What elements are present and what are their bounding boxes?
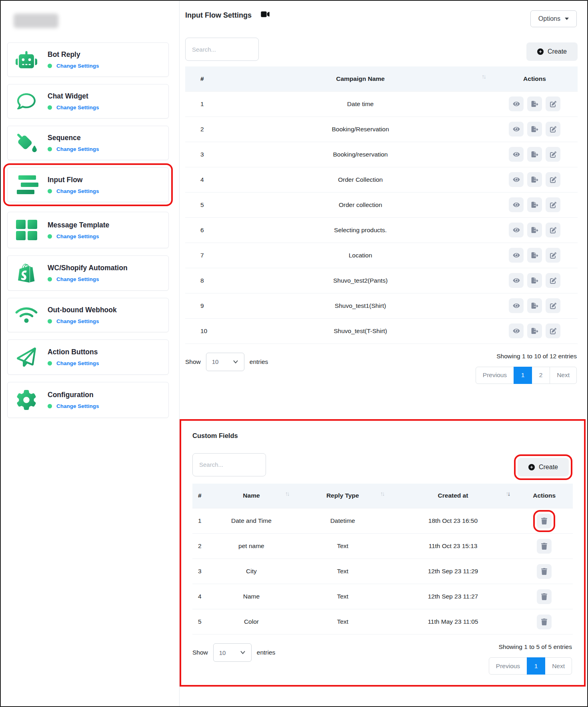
next-page-button[interactable]: Next [545,657,572,675]
edit-button[interactable] [546,172,560,187]
change-settings-link[interactable]: Change Settings [56,276,99,282]
chevron-down-icon [565,18,569,20]
sort-icon[interactable]: ↑↓ [285,490,289,497]
view-button[interactable] [509,197,524,212]
show-label: Show [192,649,208,656]
column-header-name[interactable]: Name↑↓ [208,484,295,508]
change-settings-link[interactable]: Change Settings [56,318,99,324]
sidebar: Bot Reply Change Settings Chat Widget Ch… [1,1,180,706]
export-button[interactable] [527,197,542,212]
delete-button[interactable] [537,514,552,528]
edit-icon [550,177,556,183]
view-button[interactable] [509,223,524,237]
custom-fields-table: # Name↑↓ Reply Type↑↓ Created at↑↓ Actio… [192,484,573,635]
column-header-created-at[interactable]: Created at↑↓ [390,484,516,508]
change-settings-link[interactable]: Change Settings [56,63,99,69]
pagination: Previous 1 2 Next [476,367,577,384]
flows-search-input[interactable] [185,38,259,61]
page-size-select[interactable]: 10 [213,643,252,662]
export-button[interactable] [527,96,542,111]
change-settings-link[interactable]: Change Settings [56,188,99,194]
flows-create-button[interactable]: Create [526,42,578,61]
trash-icon [541,543,547,550]
edit-button[interactable] [546,122,560,137]
table-row: 2Booking/Reservation [185,116,578,142]
export-button[interactable] [527,323,542,338]
change-settings-link[interactable]: Change Settings [56,360,99,366]
previous-page-button[interactable]: Previous [476,367,514,384]
eye-icon [513,126,520,132]
export-button[interactable] [527,223,542,237]
edit-button[interactable] [546,298,560,313]
edit-button[interactable] [546,323,560,338]
sidebar-item-action-buttons[interactable]: Action Buttons Change Settings [7,339,169,375]
view-button[interactable] [509,147,524,162]
view-button[interactable] [509,298,524,313]
table-row: 9Shuvo_test1(Shirt) [185,293,578,318]
page-button-2[interactable]: 2 [532,367,550,384]
edit-button[interactable] [546,273,560,288]
page-size-select[interactable]: 10 [206,353,244,371]
previous-page-button[interactable]: Previous [489,657,527,675]
sidebar-item-label: Bot Reply [48,50,99,59]
view-button[interactable] [509,323,524,338]
chat-bubble-icon [15,92,38,110]
export-button[interactable] [527,147,542,162]
export-button[interactable] [527,298,542,313]
edit-button[interactable] [546,197,560,212]
delete-button[interactable] [537,589,552,604]
column-header-actions: Actions [516,484,573,508]
sidebar-item-label: Sequence [48,134,99,142]
showing-text: Showing 1 to 5 of 5 entries [498,643,572,651]
entries-label: entries [257,649,276,656]
sidebar-item-shopify-automation[interactable]: WC/Shopify Automation Change Settings [7,255,169,291]
delete-button[interactable] [537,564,552,579]
video-camera-icon[interactable] [260,10,270,20]
delete-button[interactable] [537,615,552,629]
export-button[interactable] [527,122,542,137]
table-row: 5Order collection [185,192,578,217]
page-button-1[interactable]: 1 [514,367,532,384]
sidebar-item-configuration[interactable]: Configuration Change Settings [7,382,169,418]
sort-icon[interactable]: ↑↓ [380,490,384,497]
sidebar-item-label: Input Flow [48,176,99,184]
column-header-campaign-name[interactable]: Campaign Name↑↓ [229,66,492,91]
change-settings-link[interactable]: Change Settings [56,104,99,110]
sidebar-item-message-template[interactable]: Message Template Change Settings [7,212,169,248]
change-settings-link[interactable]: Change Settings [56,403,99,409]
next-page-button[interactable]: Next [550,367,577,384]
edit-button[interactable] [546,96,560,111]
table-row: 2 pet name Text 11th Oct 23 15:13 [192,534,573,559]
change-settings-link[interactable]: Change Settings [56,233,99,239]
custom-fields-search-input[interactable] [192,453,266,476]
export-button[interactable] [527,172,542,187]
sidebar-item-label: Chat Widget [48,92,99,100]
change-settings-link[interactable]: Change Settings [56,146,99,152]
custom-fields-toolbar: Create [192,453,573,476]
sidebar-item-outbound-webhook[interactable]: Out-bound Webhook Change Settings [7,298,169,332]
view-button[interactable] [509,248,524,263]
options-button[interactable]: Options [530,10,577,27]
edit-icon [550,202,556,208]
custom-fields-create-button[interactable]: Create [518,458,569,476]
column-header-reply-type[interactable]: Reply Type↑↓ [295,484,390,508]
export-button[interactable] [527,248,542,263]
edit-button[interactable] [546,223,560,237]
delete-button[interactable] [537,539,552,554]
view-button[interactable] [509,273,524,288]
view-button[interactable] [509,96,524,111]
view-button[interactable] [509,122,524,137]
sidebar-item-sequence[interactable]: Sequence Change Settings [7,126,169,160]
view-button[interactable] [509,172,524,187]
edit-button[interactable] [546,147,560,162]
export-button[interactable] [527,273,542,288]
edit-button[interactable] [546,248,560,263]
sidebar-item-chat-widget[interactable]: Chat Widget Change Settings [7,84,169,119]
sidebar-item-input-flow[interactable]: Input Flow Change Settings [7,167,169,202]
chevron-down-icon [233,360,238,364]
page-button-1[interactable]: 1 [527,657,545,675]
sort-icon-active-desc[interactable]: ↑↓ [506,490,509,497]
sort-icon[interactable]: ↑↓ [482,73,485,80]
sidebar-item-bot-reply[interactable]: Bot Reply Change Settings [7,42,169,77]
eye-icon [513,177,520,183]
